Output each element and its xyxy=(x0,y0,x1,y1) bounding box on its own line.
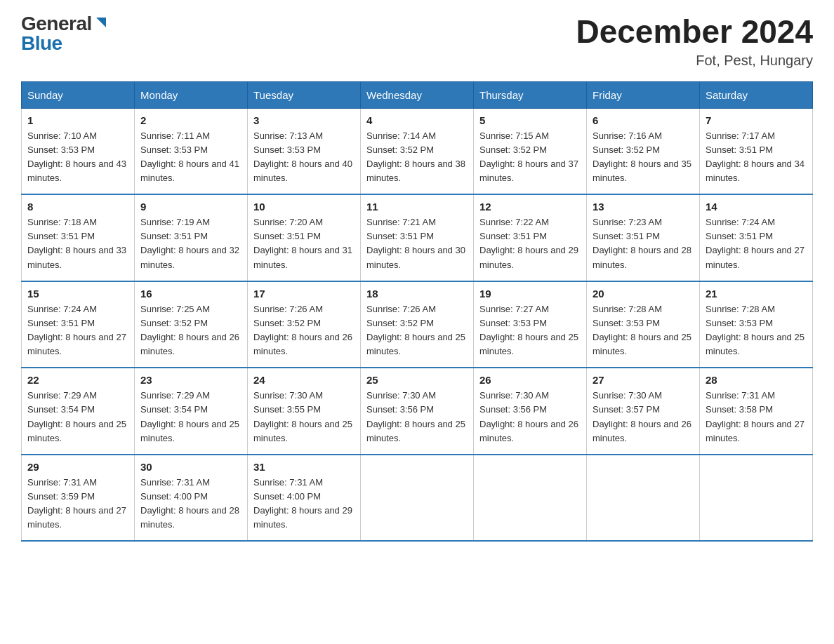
day-number: 30 xyxy=(140,461,241,473)
day-info: Sunrise: 7:30 AMSunset: 3:56 PMDaylight:… xyxy=(366,390,465,443)
table-row: 1 Sunrise: 7:10 AMSunset: 3:53 PMDayligh… xyxy=(22,108,135,194)
table-row: 2 Sunrise: 7:11 AMSunset: 3:53 PMDayligh… xyxy=(135,108,248,194)
col-friday: Friday xyxy=(587,81,700,108)
day-info: Sunrise: 7:31 AMSunset: 4:00 PMDaylight:… xyxy=(140,477,239,530)
day-number: 5 xyxy=(479,114,581,126)
table-row: 15 Sunrise: 7:24 AMSunset: 3:51 PMDaylig… xyxy=(22,281,135,368)
table-row: 24 Sunrise: 7:30 AMSunset: 3:55 PMDaylig… xyxy=(248,368,361,455)
day-number: 20 xyxy=(593,288,694,300)
table-row: 17 Sunrise: 7:26 AMSunset: 3:52 PMDaylig… xyxy=(248,281,361,368)
day-number: 13 xyxy=(593,201,694,213)
page-subtitle: Fot, Pest, Hungary xyxy=(576,53,813,69)
day-number: 1 xyxy=(27,114,128,126)
table-row: 8 Sunrise: 7:18 AMSunset: 3:51 PMDayligh… xyxy=(22,194,135,281)
table-row: 5 Sunrise: 7:15 AMSunset: 3:52 PMDayligh… xyxy=(474,108,587,194)
table-row: 21 Sunrise: 7:28 AMSunset: 3:53 PMDaylig… xyxy=(700,281,813,368)
table-row: 14 Sunrise: 7:24 AMSunset: 3:51 PMDaylig… xyxy=(700,194,813,281)
day-info: Sunrise: 7:28 AMSunset: 3:53 PMDaylight:… xyxy=(706,304,805,356)
table-row xyxy=(361,455,474,542)
day-number: 14 xyxy=(706,201,807,213)
day-number: 8 xyxy=(27,201,128,213)
day-info: Sunrise: 7:11 AMSunset: 3:53 PMDaylight:… xyxy=(140,130,239,183)
day-info: Sunrise: 7:24 AMSunset: 3:51 PMDaylight:… xyxy=(706,217,805,269)
day-number: 15 xyxy=(27,288,128,300)
col-sunday: Sunday xyxy=(22,81,135,108)
day-info: Sunrise: 7:30 AMSunset: 3:55 PMDaylight:… xyxy=(253,390,352,443)
table-row: 30 Sunrise: 7:31 AMSunset: 4:00 PMDaylig… xyxy=(135,455,248,542)
day-number: 28 xyxy=(706,374,807,386)
day-number: 3 xyxy=(253,114,355,126)
day-info: Sunrise: 7:31 AMSunset: 4:00 PMDaylight:… xyxy=(253,477,352,530)
col-thursday: Thursday xyxy=(474,81,587,108)
table-row: 19 Sunrise: 7:27 AMSunset: 3:53 PMDaylig… xyxy=(474,281,587,368)
calendar-header: Sunday Monday Tuesday Wednesday Thursday… xyxy=(22,81,813,108)
table-row: 11 Sunrise: 7:21 AMSunset: 3:51 PMDaylig… xyxy=(361,194,474,281)
table-row: 25 Sunrise: 7:30 AMSunset: 3:56 PMDaylig… xyxy=(361,368,474,455)
day-number: 25 xyxy=(366,374,468,386)
table-row: 23 Sunrise: 7:29 AMSunset: 3:54 PMDaylig… xyxy=(135,368,248,455)
col-saturday: Saturday xyxy=(700,81,813,108)
day-number: 10 xyxy=(253,201,355,213)
table-row: 26 Sunrise: 7:30 AMSunset: 3:56 PMDaylig… xyxy=(474,368,587,455)
table-row xyxy=(700,455,813,542)
col-wednesday: Wednesday xyxy=(361,81,474,108)
day-number: 7 xyxy=(706,114,807,126)
day-info: Sunrise: 7:13 AMSunset: 3:53 PMDaylight:… xyxy=(253,130,352,183)
day-info: Sunrise: 7:29 AMSunset: 3:54 PMDaylight:… xyxy=(27,390,126,443)
calendar-body: 1 Sunrise: 7:10 AMSunset: 3:53 PMDayligh… xyxy=(22,108,813,541)
table-row: 4 Sunrise: 7:14 AMSunset: 3:52 PMDayligh… xyxy=(361,108,474,194)
day-info: Sunrise: 7:22 AMSunset: 3:51 PMDaylight:… xyxy=(479,217,578,269)
day-number: 16 xyxy=(140,288,241,300)
table-row: 10 Sunrise: 7:20 AMSunset: 3:51 PMDaylig… xyxy=(248,194,361,281)
table-row: 7 Sunrise: 7:17 AMSunset: 3:51 PMDayligh… xyxy=(700,108,813,194)
table-row: 31 Sunrise: 7:31 AMSunset: 4:00 PMDaylig… xyxy=(248,455,361,542)
day-number: 17 xyxy=(253,288,355,300)
col-monday: Monday xyxy=(135,81,248,108)
logo-blue-text: Blue xyxy=(21,34,62,53)
day-info: Sunrise: 7:10 AMSunset: 3:53 PMDaylight:… xyxy=(27,130,126,183)
logo-triangle-icon xyxy=(93,15,109,30)
day-number: 6 xyxy=(593,114,694,126)
table-row: 18 Sunrise: 7:26 AMSunset: 3:52 PMDaylig… xyxy=(361,281,474,368)
table-row: 13 Sunrise: 7:23 AMSunset: 3:51 PMDaylig… xyxy=(587,194,700,281)
day-info: Sunrise: 7:26 AMSunset: 3:52 PMDaylight:… xyxy=(366,304,465,356)
day-info: Sunrise: 7:15 AMSunset: 3:52 PMDaylight:… xyxy=(479,130,578,183)
day-number: 31 xyxy=(253,461,355,473)
day-info: Sunrise: 7:26 AMSunset: 3:52 PMDaylight:… xyxy=(253,304,352,356)
table-row: 20 Sunrise: 7:28 AMSunset: 3:53 PMDaylig… xyxy=(587,281,700,368)
day-info: Sunrise: 7:24 AMSunset: 3:51 PMDaylight:… xyxy=(27,304,126,356)
table-row: 16 Sunrise: 7:25 AMSunset: 3:52 PMDaylig… xyxy=(135,281,248,368)
table-row: 22 Sunrise: 7:29 AMSunset: 3:54 PMDaylig… xyxy=(22,368,135,455)
day-number: 29 xyxy=(27,461,128,473)
day-number: 18 xyxy=(366,288,468,300)
day-info: Sunrise: 7:30 AMSunset: 3:57 PMDaylight:… xyxy=(593,390,691,443)
day-info: Sunrise: 7:14 AMSunset: 3:52 PMDaylight:… xyxy=(366,130,465,183)
calendar-table: Sunday Monday Tuesday Wednesday Thursday… xyxy=(21,81,813,542)
table-row: 6 Sunrise: 7:16 AMSunset: 3:52 PMDayligh… xyxy=(587,108,700,194)
table-row: 12 Sunrise: 7:22 AMSunset: 3:51 PMDaylig… xyxy=(474,194,587,281)
logo: General Blue xyxy=(21,14,109,53)
day-number: 22 xyxy=(27,374,128,386)
page-title: December 2024 xyxy=(576,14,813,50)
day-number: 11 xyxy=(366,201,468,213)
day-number: 12 xyxy=(479,201,581,213)
day-info: Sunrise: 7:31 AMSunset: 3:59 PMDaylight:… xyxy=(27,477,126,530)
day-info: Sunrise: 7:25 AMSunset: 3:52 PMDaylight:… xyxy=(140,304,239,356)
day-info: Sunrise: 7:18 AMSunset: 3:51 PMDaylight:… xyxy=(27,217,126,269)
day-info: Sunrise: 7:20 AMSunset: 3:51 PMDaylight:… xyxy=(253,217,352,269)
table-row: 28 Sunrise: 7:31 AMSunset: 3:58 PMDaylig… xyxy=(700,368,813,455)
day-info: Sunrise: 7:21 AMSunset: 3:51 PMDaylight:… xyxy=(366,217,465,269)
day-number: 2 xyxy=(140,114,241,126)
logo-general-text: General xyxy=(21,14,92,34)
day-number: 21 xyxy=(706,288,807,300)
day-number: 26 xyxy=(479,374,581,386)
title-area: December 2024 Fot, Pest, Hungary xyxy=(576,14,813,69)
day-info: Sunrise: 7:29 AMSunset: 3:54 PMDaylight:… xyxy=(140,390,239,443)
day-info: Sunrise: 7:28 AMSunset: 3:53 PMDaylight:… xyxy=(593,304,691,356)
day-info: Sunrise: 7:30 AMSunset: 3:56 PMDaylight:… xyxy=(479,390,578,443)
table-row: 9 Sunrise: 7:19 AMSunset: 3:51 PMDayligh… xyxy=(135,194,248,281)
svg-marker-0 xyxy=(96,18,106,27)
day-number: 9 xyxy=(140,201,241,213)
day-info: Sunrise: 7:31 AMSunset: 3:58 PMDaylight:… xyxy=(706,390,805,443)
table-row: 3 Sunrise: 7:13 AMSunset: 3:53 PMDayligh… xyxy=(248,108,361,194)
